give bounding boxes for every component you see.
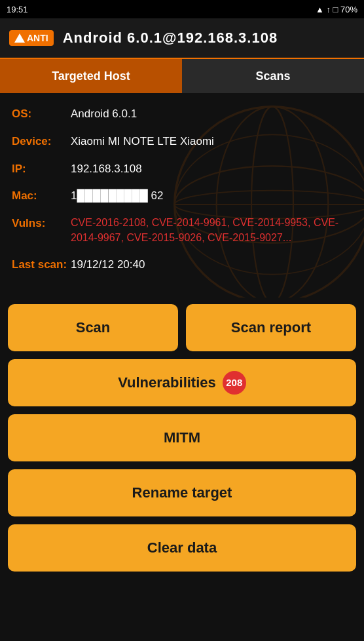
- vulns-row: Vulns: CVE-2016-2108, CVE-2014-9961, CVE…: [12, 216, 352, 245]
- scan-buttons-row: Scan Scan report: [8, 304, 356, 351]
- mac-label: Mac:: [12, 188, 71, 204]
- tab-scans[interactable]: Scans: [182, 59, 364, 93]
- logo-icon: ANTI: [9, 30, 54, 46]
- last-scan-label: Last scan:: [12, 257, 71, 273]
- rename-target-button[interactable]: Rename target: [8, 469, 356, 516]
- status-icons: ▲ ↑ □ 70%: [316, 5, 357, 14]
- last-scan-value: 19/12/12 20:40: [71, 257, 352, 273]
- status-time: 19:51: [7, 5, 28, 14]
- tabs-container: Targeted Host Scans: [0, 59, 364, 93]
- os-label: OS:: [12, 106, 71, 122]
- app-logo: ANTI: [9, 30, 54, 46]
- vulnerabilities-button[interactable]: Vulnerabilities 208: [8, 359, 356, 406]
- vulnerabilities-content: Vulnerabilities 208: [118, 371, 246, 395]
- main-content: OS: Android 6.0.1 Device: Xiaomi MI NOTE…: [0, 93, 364, 298]
- mac-row: Mac: 1█████████ 62: [12, 188, 352, 204]
- vulns-value: CVE-2016-2108, CVE-2014-9961, CVE-2014-9…: [71, 216, 352, 245]
- ip-row: IP: 192.168.3.108: [12, 161, 352, 177]
- app-header: ANTI Android 6.0.1@192.168.3.108: [0, 18, 364, 59]
- buttons-section: Scan Scan report Vulnerabilities 208 MIT…: [0, 298, 364, 572]
- device-value: Xiaomi MI NOTE LTE Xiaomi: [71, 134, 352, 149]
- mac-value: 1█████████ 62: [71, 188, 352, 204]
- os-value: Android 6.0.1: [71, 106, 352, 122]
- scan-report-button[interactable]: Scan report: [186, 304, 356, 351]
- device-info: OS: Android 6.0.1 Device: Xiaomi MI NOTE…: [12, 106, 352, 273]
- app-header-title: Android 6.0.1@192.168.3.108: [63, 29, 278, 47]
- ip-value: 192.168.3.108: [71, 161, 352, 177]
- logo-text: ANTI: [27, 33, 48, 43]
- ip-label: IP:: [12, 161, 71, 177]
- status-bar: 19:51 ▲ ↑ □ 70%: [0, 0, 364, 18]
- vuln-count-badge: 208: [223, 371, 246, 395]
- mitm-button[interactable]: MITM: [8, 414, 356, 461]
- device-row: Device: Xiaomi MI NOTE LTE Xiaomi: [12, 134, 352, 149]
- vulns-label: Vulns:: [12, 216, 71, 231]
- last-scan-row: Last scan: 19/12/12 20:40: [12, 257, 352, 273]
- os-row: OS: Android 6.0.1: [12, 106, 352, 122]
- logo-triangle-icon: [14, 33, 25, 43]
- device-label: Device:: [12, 134, 71, 149]
- scan-button[interactable]: Scan: [8, 304, 178, 351]
- tab-targeted-host[interactable]: Targeted Host: [0, 59, 182, 93]
- clear-data-button[interactable]: Clear data: [8, 524, 356, 572]
